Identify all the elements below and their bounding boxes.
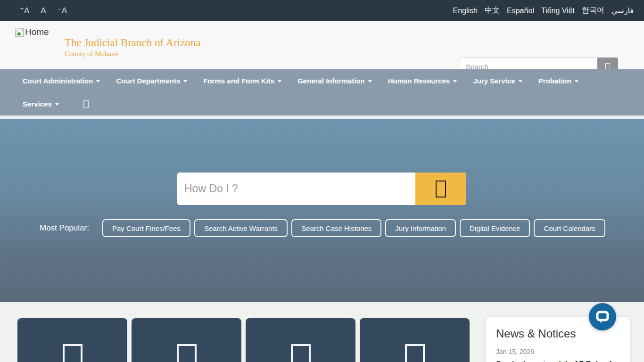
missing-image-icon [177, 344, 197, 362]
language-link-spanish[interactable]: Español [507, 7, 534, 15]
font-default-button[interactable]: A [41, 6, 46, 16]
site-title-block: The Judicial Branch of Arizona County of… [65, 37, 201, 58]
font-increase-button[interactable]: ⁺A [20, 6, 29, 16]
main-navigation: Court Administration Court Departments F… [0, 69, 644, 115]
font-size-controls: ⁺A A ⁻A [0, 6, 67, 16]
how-do-i-search-button[interactable] [415, 173, 466, 205]
nav-item-label: Services [23, 100, 52, 108]
lower-section: News & Notices Jan 15, 2026 Semiquincent… [0, 302, 644, 362]
nav-item-label: Forms and Form Kits [203, 77, 274, 85]
nav-search-button[interactable] [75, 92, 97, 115]
missing-image-icon [405, 344, 425, 362]
popular-link-search-case-histories[interactable]: Search Case Histories [291, 219, 381, 237]
feature-card-2[interactable] [132, 318, 241, 362]
language-link-english[interactable]: English [453, 7, 478, 15]
language-link-chinese[interactable]: 中文 [485, 6, 500, 16]
search-icon [605, 63, 610, 70]
search-icon [436, 181, 446, 197]
nav-item-label: Probation [538, 77, 571, 85]
language-links: English 中文 Español Tiếng Việt 한국어 فارسي [453, 6, 644, 16]
nav-row-1: Court Administration Court Departments F… [0, 69, 644, 92]
page: ⁺A A ⁻A English 中文 Español Tiếng Việt 한국… [0, 0, 644, 362]
nav-item-probation[interactable]: Probation [530, 69, 586, 92]
top-utility-bar: ⁺A A ⁻A English 中文 Español Tiếng Việt 한국… [0, 0, 644, 21]
home-logo-link[interactable]: Home [15, 27, 49, 39]
nav-item-label: Human Resources [388, 77, 450, 85]
nav-item-label: Court Administration [23, 77, 93, 85]
chevron-down-icon [519, 80, 522, 82]
feature-card-4[interactable] [360, 318, 470, 362]
nav-item-forms-and-form-kits[interactable]: Forms and Form Kits [195, 69, 289, 92]
most-popular-label: Most Popular: [40, 223, 89, 233]
nav-item-services[interactable]: Services [15, 92, 67, 115]
nav-item-court-administration[interactable]: Court Administration [15, 69, 108, 92]
feature-card-3[interactable] [246, 318, 355, 362]
missing-image-icon [291, 344, 311, 362]
chevron-down-icon [278, 80, 281, 82]
chevron-down-icon [55, 103, 59, 106]
chevron-down-icon [183, 80, 187, 82]
language-link-korean[interactable]: 한국어 [582, 6, 604, 16]
language-link-vietnamese[interactable]: Tiếng Việt [541, 7, 575, 15]
popular-link-court-calendars[interactable]: Court Calendars [534, 219, 605, 237]
popular-link-search-active-warrants[interactable]: Search Active Warrants [194, 219, 288, 237]
nav-item-general-information[interactable]: General Information [289, 69, 380, 92]
chevron-down-icon [96, 80, 100, 82]
nav-row-2: Services [0, 92, 644, 115]
how-do-i-search [177, 173, 466, 205]
chevron-down-icon [368, 80, 372, 82]
most-popular-row: Most Popular: Pay Court Fines/Fees Searc… [40, 219, 634, 237]
popular-link-pay-court-fines[interactable]: Pay Court Fines/Fees [102, 219, 190, 237]
hero-section: Most Popular: Pay Court Fines/Fees Searc… [0, 119, 644, 302]
home-logo-alt-text: Home [25, 27, 49, 37]
missing-image-icon [63, 344, 83, 362]
nav-item-human-resources[interactable]: Human Resources [380, 69, 465, 92]
broken-image-icon [15, 28, 24, 39]
chat-widget-button[interactable] [589, 303, 616, 330]
nav-item-label: General Information [297, 77, 365, 85]
news-item[interactable]: Jan 15, 2026 Semiquincentennial - AZ Rul… [496, 348, 620, 362]
language-link-farsi[interactable]: فارسي [611, 6, 634, 15]
site-subtitle: County of Mohave [65, 49, 201, 58]
nav-item-jury-service[interactable]: Jury Service [465, 69, 530, 92]
nav-item-label: Jury Service [473, 77, 515, 85]
chat-bubble-icon [595, 309, 610, 324]
nav-item-label: Court Departments [116, 77, 180, 85]
site-header: Home The Judicial Branch of Arizona Coun… [0, 21, 644, 69]
popular-link-digital-evidence[interactable]: Digital Evidence [460, 219, 530, 237]
news-item-headline[interactable]: Semiquincentennial - AZ Rule of [496, 360, 620, 362]
site-title: The Judicial Branch of Arizona [65, 37, 201, 49]
feature-card-1[interactable] [17, 318, 127, 362]
search-icon [83, 100, 89, 108]
nav-item-court-departments[interactable]: Court Departments [108, 69, 195, 92]
news-item-date: Jan 15, 2026 [496, 348, 620, 355]
font-decrease-button[interactable]: ⁻A [58, 6, 67, 16]
chevron-down-icon [575, 80, 578, 82]
chevron-down-icon [453, 80, 457, 82]
popular-link-jury-information[interactable]: Jury Information [385, 219, 456, 237]
